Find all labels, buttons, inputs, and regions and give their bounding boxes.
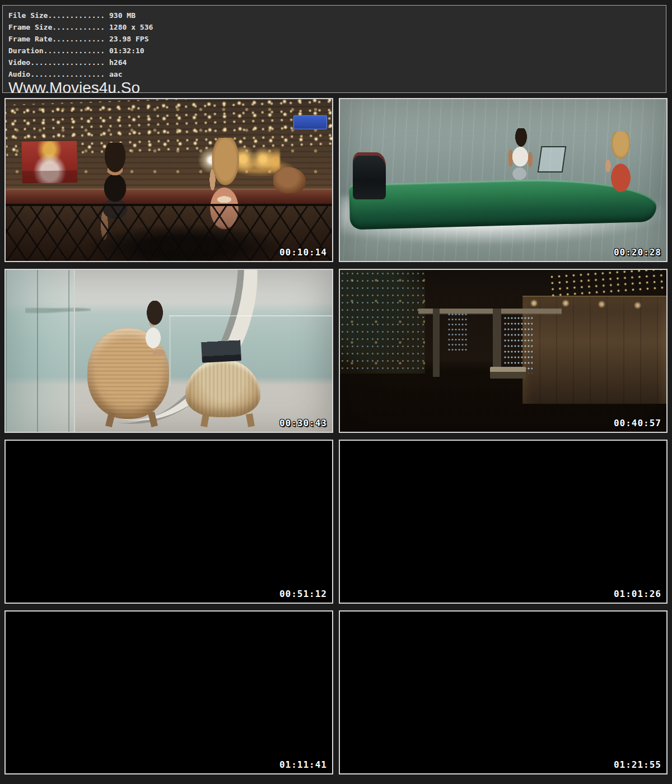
- light-curtain: [447, 312, 467, 354]
- screenshot-green-boat: 00:20:28: [339, 98, 668, 262]
- screenshot-night-market: 00:10:14: [4, 98, 333, 262]
- table-leg: [200, 413, 209, 427]
- bench: [490, 367, 526, 378]
- scene-art-woman-blinds: [6, 441, 332, 603]
- timestamp: 01:21:55: [614, 759, 661, 770]
- screenshot-dark-door: 01:01:26: [339, 440, 668, 604]
- string-lights: [548, 269, 668, 300]
- bench: [545, 367, 575, 378]
- passenger-figure: [598, 132, 644, 206]
- timestamp: 00:40:57: [614, 418, 661, 428]
- table-leg: [246, 413, 254, 427]
- timestamp: 00:51:12: [279, 589, 327, 599]
- timestamp: 01:11:41: [279, 759, 327, 770]
- seated-woman: [133, 301, 175, 375]
- scene-art-shower: [340, 612, 666, 773]
- leather-bag: [273, 167, 306, 193]
- scene-art-courtyard: [340, 270, 666, 432]
- file-size-line: File Size............. 930 MB: [8, 10, 666, 21]
- screenshot-balcony: 00:30:43: [4, 269, 333, 433]
- light-curtain: [503, 315, 533, 374]
- timestamp: 00:10:14: [279, 247, 327, 258]
- scene-art-boat: [340, 99, 666, 261]
- screenshot-shower: 01:21:55: [339, 610, 668, 774]
- scene-art-night-market: [6, 99, 332, 261]
- media-preview-sheet: { "media_info": { "lines": [ "File Size.…: [0, 0, 672, 784]
- frame-rate-line: Frame Rate............ 23.98 FPS: [8, 33, 666, 45]
- laptop: [201, 338, 241, 363]
- scene-art-balcony: [6, 270, 332, 432]
- blue-sign: [293, 115, 327, 129]
- scene-art-two-men: [6, 612, 332, 773]
- screenshot-woman-blinds: 00:51:12: [4, 440, 333, 604]
- timestamp: 01:01:26: [614, 589, 661, 599]
- driver-figure: [500, 128, 543, 199]
- site-watermark: Www.Movies4u.So: [8, 80, 666, 95]
- media-info-box: File Size............. 930 MB Frame Size…: [2, 5, 666, 93]
- screenshot-two-men: 01:11:41: [4, 610, 333, 774]
- audio-codec-line: Audio................. aac: [8, 68, 666, 80]
- trees-with-lights: [340, 270, 425, 374]
- frame-size-line: Frame Size............ 1280 x 536: [8, 21, 666, 33]
- duration-line: Duration.............. 01:32:10: [8, 45, 666, 57]
- screenshot-grid: 00:10:14 00:20:28 00:30:4: [4, 98, 668, 774]
- timestamp: 00:30:43: [279, 418, 327, 428]
- glass-wall: [6, 270, 75, 432]
- timestamp: 00:20:28: [614, 247, 661, 258]
- video-codec-line: Video................. h264: [8, 57, 666, 68]
- scene-art-door: [340, 441, 666, 603]
- outboard-motor: [353, 152, 385, 199]
- red-banner: [21, 141, 77, 184]
- screenshot-fire-courtyard: 00:40:57: [339, 269, 668, 433]
